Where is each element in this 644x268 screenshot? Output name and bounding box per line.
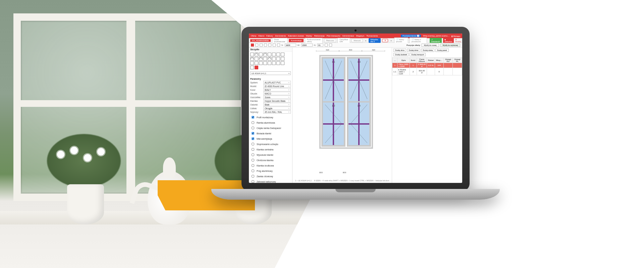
- menu-item[interactable]: Plan transportu: [327, 35, 340, 37]
- add-blind-button[interactable]: Dodaj roletę: [421, 49, 435, 52]
- shape-icon[interactable]: [281, 61, 284, 65]
- menu-item[interactable]: Kalendarz dostaw: [288, 35, 304, 37]
- shape-icon[interactable]: [250, 66, 254, 69]
- shape-icon[interactable]: [281, 57, 284, 61]
- option-checkbox[interactable]: Wysokość klamki: [249, 152, 292, 157]
- option-checkbox[interactable]: Ramka aluminiowa: [249, 120, 292, 125]
- toolbtn-icon[interactable]: [268, 44, 271, 47]
- shape-icon[interactable]: [250, 61, 254, 65]
- tab-construction[interactable]: Konstrukcja: [289, 39, 303, 42]
- shape-icon[interactable]: [255, 57, 258, 61]
- col-header[interactable]: Uwagi PL: [453, 58, 462, 63]
- tab-payments[interactable]: Płatności: [324, 39, 336, 42]
- option-checkbox[interactable]: Blokada klamki: [249, 131, 292, 136]
- shape-icon[interactable]: [263, 57, 267, 61]
- shape-icon[interactable]: [263, 53, 267, 56]
- shape-icon[interactable]: [272, 57, 276, 61]
- design-canvas[interactable]: 420 400 420 1.1 1.2: [292, 48, 392, 183]
- checkbox-icon[interactable]: [252, 164, 254, 167]
- nav-prev-icon[interactable]: «: [364, 40, 367, 42]
- option-checkbox[interactable]: Próg aluminiowy: [249, 168, 292, 174]
- col-header[interactable]: Uwagi EU: [443, 58, 453, 63]
- send-selected-button[interactable]: Wyślij do wybranej: [440, 44, 461, 47]
- checkbox-icon[interactable]: [252, 180, 254, 183]
- param-select[interactable]: ALUPLAST PVC: [263, 81, 291, 84]
- shape-icon[interactable]: [268, 61, 271, 65]
- shape-icon[interactable]: [281, 53, 284, 56]
- option-checkbox[interactable]: Ciepła ramka Swisspacer: [249, 125, 292, 131]
- toolbtn-icon[interactable]: [260, 44, 263, 47]
- add-door-button[interactable]: Dodaj drzwi: [407, 49, 420, 52]
- cancel-button[interactable]: ⊘ Anuluj: [455, 38, 461, 43]
- menu-item[interactable]: Klienci: [258, 35, 264, 37]
- checkbox-icon[interactable]: [252, 132, 254, 135]
- add-transport-button[interactable]: Dodaj transport: [410, 53, 426, 56]
- menu-item[interactable]: Reklamacje: [314, 35, 324, 37]
- param-select[interactable]: ID 4000 Round Line: [263, 84, 291, 88]
- notifications-button[interactable]: Powiadomienia2: [401, 35, 421, 37]
- shape-icon[interactable]: [276, 61, 280, 65]
- param-select[interactable]: BIAŁY: [263, 88, 291, 91]
- window-drawing[interactable]: 1.1 1.2 1.3: [319, 55, 373, 149]
- param-select[interactable]: Okrągła: [263, 107, 291, 110]
- checkbox-icon[interactable]: [252, 116, 254, 119]
- table-row[interactable]: 1Okno 1600 x 230012 998,00 zł0,5 %144: [392, 63, 462, 68]
- checkbox-icon[interactable]: [252, 127, 254, 129]
- n-input[interactable]: [317, 44, 323, 47]
- shape-icon[interactable]: [268, 57, 271, 61]
- shape-icon[interactable]: [272, 53, 276, 56]
- col-header[interactable]: Rabat: [427, 58, 435, 63]
- nav-next-icon[interactable]: »: [389, 40, 392, 42]
- menu-item[interactable]: Magazyn: [356, 35, 364, 37]
- logout-button[interactable]: ▮ Wyloguj: [451, 35, 460, 37]
- shape-icon[interactable]: [250, 57, 254, 61]
- toolbtn-icon[interactable]: [264, 44, 267, 47]
- toolbtn-icon[interactable]: [251, 44, 254, 47]
- checkbox-icon[interactable]: [252, 148, 254, 151]
- menu-item[interactable]: Faktury: [266, 35, 273, 37]
- shape-icon[interactable]: [276, 57, 280, 61]
- table-row[interactable]: 1.1▸ Roleta 1600 x 11252302,00 zł0: [392, 68, 462, 75]
- shape-icon[interactable]: [276, 53, 280, 56]
- option-checkbox[interactable]: Klamka centralna: [249, 147, 292, 152]
- param-select[interactable]: 45 mm RAL / RAL: [263, 110, 291, 114]
- option-checkbox[interactable]: Profil montażowy: [249, 115, 292, 120]
- option-checkbox[interactable]: Klamka środkowa: [249, 163, 292, 168]
- shape-icon[interactable]: [259, 53, 263, 56]
- col-header[interactable]: …: [392, 58, 397, 63]
- tab-value[interactable]: Wartość: [352, 39, 363, 42]
- toolbtn-icon[interactable]: [329, 44, 332, 47]
- add-panel-button[interactable]: Dodaj panel: [435, 49, 448, 52]
- tab-cert[interactable]: Certyfikat UW: [337, 38, 350, 43]
- menu-item[interactable]: Wpłaty: [306, 35, 312, 37]
- checkbox-icon[interactable]: [252, 121, 254, 124]
- shape-delete-icon[interactable]: [255, 66, 258, 69]
- param-select[interactable]: Białe: [263, 103, 291, 106]
- menu-item[interactable]: Zamówienia: [275, 35, 286, 37]
- add-extra-button[interactable]: Dodaj dodatek: [393, 53, 409, 56]
- toolbtn-icon[interactable]: [277, 44, 280, 47]
- shape-icon[interactable]: [259, 61, 263, 65]
- add-window-button[interactable]: Dodaj okno: [393, 49, 406, 52]
- menu-item[interactable]: Oferty: [251, 35, 256, 37]
- height-input[interactable]: [301, 44, 313, 47]
- new-process-button[interactable]: 📄 Nowy proces: [394, 38, 408, 43]
- glass-select[interactable]: LE 4/16/4 U=1,1: [250, 71, 291, 75]
- toolbtn-icon[interactable]: [273, 44, 276, 47]
- checkbox-icon[interactable]: [252, 175, 254, 178]
- option-checkbox[interactable]: Mikrowentylacja: [249, 136, 292, 141]
- option-checkbox[interactable]: Zawias drzwiowy: [249, 174, 292, 179]
- option-checkbox[interactable]: Zatrzask balkonowy: [249, 179, 292, 183]
- checkbox-icon[interactable]: [252, 159, 254, 161]
- shape-icon[interactable]: [268, 53, 271, 56]
- checkbox-icon[interactable]: [252, 153, 254, 156]
- shape-icon[interactable]: [250, 53, 254, 56]
- col-header[interactable]: Opis: [397, 58, 410, 63]
- menu-item[interactable]: Administrator: [342, 35, 354, 37]
- param-select[interactable]: MACO: [263, 92, 291, 95]
- finish-button[interactable]: ■ Zakończ: [443, 38, 454, 43]
- menu-item[interactable]: Tłumaczenia: [366, 35, 378, 37]
- param-select[interactable]: Szara: [263, 95, 291, 99]
- new-from-proc-button[interactable]: 📄 Nowy z procesora: [410, 38, 427, 43]
- checkbox-icon[interactable]: [252, 170, 254, 172]
